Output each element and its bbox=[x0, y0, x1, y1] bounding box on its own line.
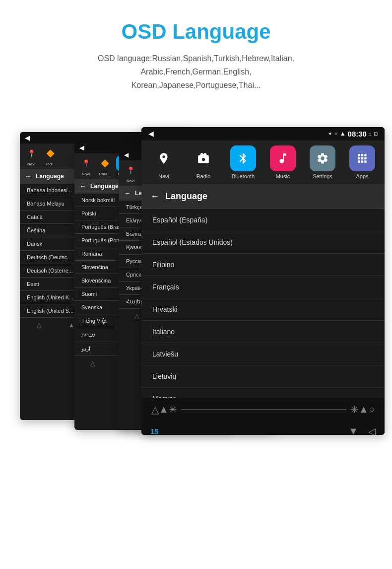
radio-icon-2: 🔶 Radi... bbox=[97, 156, 112, 176]
lang-item[interactable]: Filipino bbox=[141, 254, 385, 276]
page-subtitle: OSD language:Russian,Spanish,Turkish,Heb… bbox=[98, 52, 294, 92]
lang-item[interactable]: Lietuvių bbox=[141, 365, 385, 388]
back-icon-2: ◀ bbox=[79, 144, 84, 151]
radio-app[interactable]: Radio bbox=[188, 145, 220, 179]
back-icon-1: ◀ bbox=[25, 134, 30, 142]
navi-label: Navi bbox=[158, 173, 169, 179]
nav-triangle-up-2: △ bbox=[90, 359, 95, 367]
lang-item[interactable]: Français bbox=[141, 276, 385, 298]
main-back-icon: ◀ bbox=[148, 130, 154, 138]
main-back-btn[interactable]: ← bbox=[150, 191, 159, 202]
navi-app-icon bbox=[151, 145, 177, 171]
main-status-icons: ✦ ✕ ▲ 08:30 ⌂ ⊡ bbox=[328, 130, 378, 138]
main-status-bar: ◀ ✦ ✕ ▲ 08:30 ⌂ ⊡ bbox=[141, 127, 385, 141]
main-bottom-nav-2: 15 ▼ ◁ bbox=[141, 422, 385, 435]
lang-item[interactable]: Español (España) bbox=[141, 209, 385, 231]
nav-chevron-down-main: ▼ bbox=[348, 426, 358, 435]
nav-triangle-up-1: △ bbox=[37, 321, 42, 329]
lang-item[interactable]: Italiano bbox=[141, 321, 385, 343]
music-app[interactable]: Music bbox=[267, 145, 299, 179]
radio-label: Radio bbox=[196, 173, 211, 179]
device-screen-main: ◀ ✦ ✕ ▲ 08:30 ⌂ ⊡ Navi Radi bbox=[141, 127, 385, 435]
music-label: Music bbox=[276, 173, 290, 179]
bluetooth-label: Bluetooth bbox=[232, 173, 255, 179]
nav-arrow-up-main: ▲ bbox=[359, 404, 369, 415]
navi-icon-3: 📍 Navi bbox=[123, 163, 138, 183]
settings-app[interactable]: Settings bbox=[307, 145, 339, 179]
page-header: OSD Language OSD language:Russian,Spanis… bbox=[88, 0, 304, 102]
back-btn-1[interactable]: ← bbox=[25, 172, 32, 180]
nav-triangle-solid-1: ▲ bbox=[68, 321, 74, 329]
nav-solid-up-main: ▲ bbox=[159, 404, 169, 415]
apps-app-icon bbox=[349, 145, 375, 171]
screenshots-container: ◀ ✦ ▲ 08:30 ⌂ ⊡ 📍 Navi 🔶 Radi... ← Langu… bbox=[10, 112, 382, 470]
main-language-list: Español (España) Español (Estados Unidos… bbox=[141, 209, 385, 398]
main-language-header: ← Language bbox=[141, 184, 385, 209]
page-title: OSD Language bbox=[98, 20, 294, 44]
nav-triangle-up-main: △ bbox=[151, 404, 159, 416]
nav-fan-icon-2: ✳ bbox=[350, 404, 359, 416]
back-btn-2[interactable]: ← bbox=[79, 182, 86, 190]
apps-label: Apps bbox=[356, 173, 368, 179]
navi-icon-2: 📍 Navi bbox=[78, 156, 93, 176]
radio-icon-1: 🔶 Radi... bbox=[43, 146, 58, 166]
main-bottom-nav: △ ▲ ✳ ✳ ▲ ○ bbox=[141, 398, 385, 422]
navi-app[interactable]: Navi bbox=[148, 145, 180, 179]
music-app-icon bbox=[270, 145, 296, 171]
nav-back-main: ◁ bbox=[368, 426, 376, 435]
lang-item[interactable]: Hrvatski bbox=[141, 298, 385, 321]
lang-item[interactable]: Español (Estados Unidos) bbox=[141, 231, 385, 254]
lang-item[interactable]: Latviešu bbox=[141, 343, 385, 365]
nav-slider[interactable] bbox=[181, 409, 346, 410]
main-app-row: Navi Radio Bluetooth Music bbox=[141, 141, 385, 184]
bluetooth-app[interactable]: Bluetooth bbox=[227, 145, 260, 179]
navi-icon-1: 📍 Navi bbox=[24, 146, 39, 166]
bluetooth-app-icon bbox=[230, 145, 256, 171]
main-language-title: Language bbox=[165, 191, 207, 202]
nav-fan-icon: ✳ bbox=[169, 404, 177, 416]
radio-app-icon bbox=[191, 145, 216, 171]
back-icon-3: ◀ bbox=[124, 151, 129, 158]
nav-circle-icon: ○ bbox=[369, 404, 375, 415]
nav-triangle-up-3: △ bbox=[134, 312, 139, 320]
settings-app-icon bbox=[310, 145, 335, 171]
apps-app[interactable]: Apps bbox=[346, 145, 379, 179]
main-nav-number: 15 bbox=[150, 427, 159, 435]
back-btn-3[interactable]: ← bbox=[124, 189, 131, 197]
settings-label: Settings bbox=[313, 173, 332, 179]
lang-item[interactable]: Magyar bbox=[141, 388, 385, 398]
